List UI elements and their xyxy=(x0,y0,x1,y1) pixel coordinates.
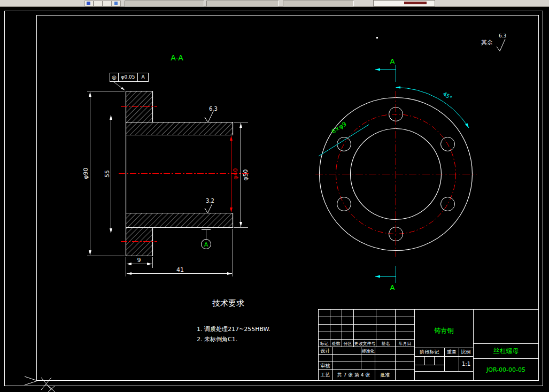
label-weight: 重量 xyxy=(447,349,457,355)
dim-text: 41 xyxy=(176,266,184,273)
general-roughness: 其余 6.3 xyxy=(481,33,506,51)
toolbar xyxy=(0,0,549,7)
label-stage-mark: 阶段标记 xyxy=(420,349,439,355)
dim-text: 9 xyxy=(137,257,141,264)
tech-requirements-title: 技术要求 xyxy=(212,298,244,308)
angle-text: 45° xyxy=(442,91,453,101)
tech-requirements: 技术要求 1. 调质处理217~255HBW. 2. 未标倒角C1. xyxy=(197,298,270,343)
sheet-info: 共 7 张 第 4 张 xyxy=(337,372,370,378)
tech-requirement-item: 2. 未标倒角C1. xyxy=(197,336,237,343)
label-check: 审核 xyxy=(321,363,330,368)
label-scale: 比例 xyxy=(461,349,471,355)
title-block: 标记 处数 分区 更改文件号 签名 年月日 设计 标准化 审核 工艺 批准 共 … xyxy=(319,310,539,381)
general-roughness-value: 6.3 xyxy=(499,33,506,39)
label-change-doc: 更改文件号 xyxy=(354,341,376,346)
tech-requirement-item: 1. 调质处理217~255HBW. xyxy=(197,326,270,333)
datum-letter: A xyxy=(204,241,208,248)
dim-text: φ90 xyxy=(82,167,89,179)
tolerance-frame: ◎ φ0.05 A xyxy=(110,73,149,90)
toolbar-dropdown-1[interactable] xyxy=(125,1,204,6)
section-mark-top: A xyxy=(375,57,396,82)
tolerance-value: φ0.05 xyxy=(121,74,135,80)
layer-combo[interactable] xyxy=(373,0,435,6)
bolt-hole xyxy=(441,197,455,211)
label-mark: 标记 xyxy=(320,341,329,346)
dim-length-55: 55 xyxy=(104,115,111,233)
scale-value: 1:1 xyxy=(462,361,470,367)
label-zone: 分区 xyxy=(344,341,352,346)
dim-text: φ50 xyxy=(242,169,249,180)
label-design: 设计 xyxy=(321,348,330,353)
tolerance-leader xyxy=(113,82,125,90)
front-view: 6×φ9 45° A A xyxy=(315,57,477,291)
roughness-value: 6.3 xyxy=(209,106,218,112)
label-process: 工艺 xyxy=(321,372,330,378)
outer-border xyxy=(5,11,543,386)
label-standardization: 标准化 xyxy=(362,349,375,353)
material: 铸青铜 xyxy=(434,327,454,334)
tolerance-symbol: ◎ xyxy=(112,74,117,80)
label-date: 年月日 xyxy=(399,341,412,346)
section-letter: A xyxy=(390,283,395,291)
toolbar-button-2[interactable] xyxy=(94,1,103,6)
toolbar-button-4[interactable] xyxy=(112,1,121,6)
toolbar-button-1[interactable] xyxy=(84,1,94,6)
section-mark-bottom: A xyxy=(375,266,396,291)
dim-bore-diameter: φ40 xyxy=(231,136,239,212)
roughness-value: 3.2 xyxy=(206,198,214,204)
drawing-canvas[interactable]: A-A ◎ φ0.05 A xyxy=(0,0,549,392)
crosshair-dot xyxy=(376,37,378,39)
bolt-hole xyxy=(337,197,351,211)
centerline-cross xyxy=(315,91,477,257)
roughness-bore: 3.2 xyxy=(205,198,214,213)
dim-overall-length: 41 xyxy=(127,266,232,274)
label-approve: 批准 xyxy=(380,372,390,378)
tolerance-datum-ref: A xyxy=(141,74,145,80)
dim-text: φ40 xyxy=(232,168,239,179)
label-count: 处数 xyxy=(332,341,341,346)
toolbar-icon xyxy=(114,2,118,5)
bolt-hole xyxy=(337,137,351,151)
general-roughness-prefix: 其余 xyxy=(481,39,493,46)
toolbar-dropdown-2[interactable] xyxy=(206,1,279,6)
datum-symbol: A xyxy=(202,230,211,249)
drawing-number: JQR-00-00-05 xyxy=(486,366,525,373)
dim-text: 55 xyxy=(104,170,111,178)
toolbar-dropdown-3[interactable] xyxy=(283,1,354,6)
inner-border xyxy=(37,16,539,381)
section-view-title: A-A xyxy=(171,53,183,62)
label-signature: 签名 xyxy=(382,341,390,346)
cad-application-window: A-A ◎ φ0.05 A xyxy=(0,0,549,392)
layer-color-swatch xyxy=(404,2,427,4)
toolbar-icon xyxy=(87,2,90,5)
section-view: A-A ◎ φ0.05 A xyxy=(82,53,249,276)
drawing-frame xyxy=(5,11,543,386)
section-letter: A xyxy=(390,57,395,65)
roughness-top: 6.3 xyxy=(205,106,218,122)
ucs-origin-icon xyxy=(25,376,55,392)
part-name: 丝杠螺母 xyxy=(493,347,519,355)
toolbar-button-3[interactable] xyxy=(103,1,112,6)
angle-dimension: 45° xyxy=(396,88,469,128)
